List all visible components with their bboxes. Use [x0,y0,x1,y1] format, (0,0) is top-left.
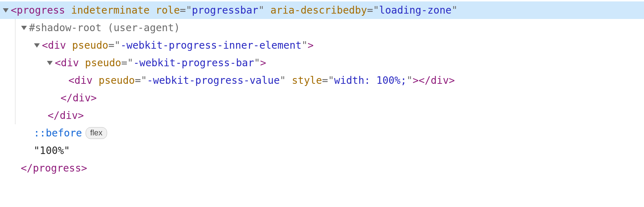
quote: " [127,54,133,72]
dom-tree: < progress indeterminate role = " progre… [0,0,644,178]
attr-value: width: 100%; [334,72,407,89]
attr-value: -webkit-progress-value [147,72,280,89]
end-tag-name: div [73,89,91,107]
end-tag-name: div [431,72,449,89]
equals: = [108,37,114,54]
end-angle-open: </ [419,72,431,89]
end-angle-close: > [91,89,97,107]
attr-value: loading-zone [379,1,451,19]
text-node-value: "100%" [34,142,70,159]
equals: = [322,72,328,89]
end-angle-open: </ [21,159,33,177]
attr-value: progressbar [192,1,258,19]
end-angle-close: > [78,107,84,124]
attr-name: indeterminate [71,1,150,19]
dom-node-progress-close[interactable]: </ progress > [0,159,644,177]
angle-close: > [308,37,314,54]
tag-name: div [75,72,93,89]
end-angle-open: </ [48,107,60,124]
quote: " [302,37,308,54]
tag-name: div [48,37,66,54]
attr-name: style [292,72,322,89]
end-tag-name: div [60,107,78,124]
angle-open: < [55,54,61,72]
dom-node-div-close[interactable]: </ div > [0,107,644,124]
angle-close: > [260,54,266,72]
angle-open: < [68,72,75,89]
pseudo-before-node[interactable]: ::before flex [0,124,644,142]
quote: " [328,72,334,89]
dom-node-div-inner-element[interactable]: < div pseudo = " -webkit-progress-inner-… [0,37,644,54]
angle-open: < [11,1,17,19]
end-tag-name: progress [33,159,81,177]
end-angle-close: > [81,159,87,177]
shadow-root-label: #shadow-root (user-agent) [29,19,180,37]
dom-node-progress[interactable]: < progress indeterminate role = " progre… [0,1,644,19]
quote: " [114,37,120,54]
attr-name: pseudo [72,37,108,54]
angle-close: > [413,72,419,89]
expand-toggle-icon[interactable] [47,61,53,65]
display-flex-badge: flex [86,127,107,139]
quote: " [407,72,413,89]
tag-name: div [61,54,79,72]
expand-toggle-icon[interactable] [34,43,40,48]
pseudo-selector: ::before [34,124,82,142]
attr-name: pseudo [85,54,121,72]
quote: " [186,1,192,19]
equals: = [135,72,141,89]
dom-node-div-progress-value[interactable]: < div pseudo = " -webkit-progress-value … [0,72,644,89]
angle-open: < [42,37,48,54]
expand-toggle-icon[interactable] [21,26,27,30]
attr-name: aria-describedby [270,1,367,19]
quote: " [280,72,286,89]
equals: = [180,1,186,19]
attr-value: -webkit-progress-inner-element [120,37,302,54]
attr-name: role [156,1,180,19]
end-angle-open: </ [61,89,73,107]
text-node[interactable]: "100%" [0,142,644,159]
equals: = [367,1,373,19]
end-angle-close: > [449,72,455,89]
expand-toggle-icon[interactable] [3,8,9,13]
quote: " [373,1,379,19]
shadow-root-node[interactable]: #shadow-root (user-agent) [0,19,644,37]
quote: " [141,72,147,89]
equals: = [121,54,127,72]
attr-value: -webkit-progress-bar [133,54,254,72]
quote: " [452,1,458,19]
dom-node-div-progress-bar[interactable]: < div pseudo = " -webkit-progress-bar " … [0,54,644,72]
tag-name: progress [17,1,65,19]
dom-node-div-close[interactable]: </ div > [0,89,644,107]
attr-name: pseudo [98,72,135,89]
quote: " [254,54,260,72]
quote: " [258,1,264,19]
